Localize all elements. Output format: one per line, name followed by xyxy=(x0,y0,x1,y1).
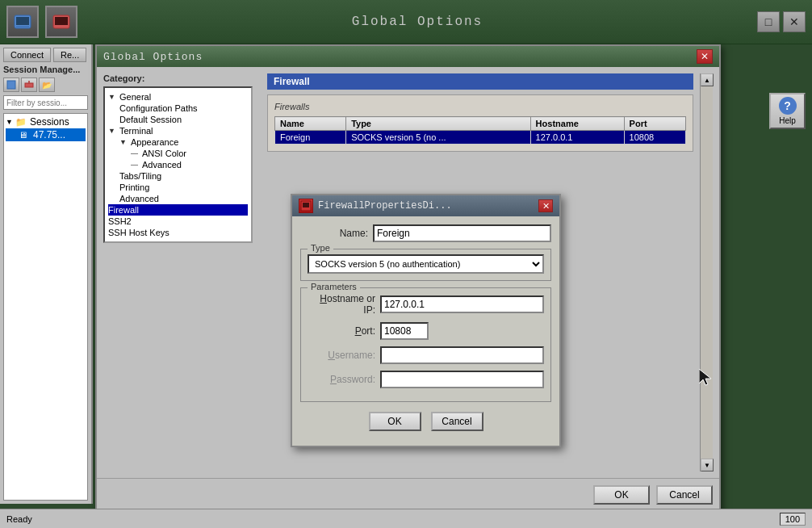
cat-default-session[interactable]: Default Session xyxy=(108,114,248,125)
fw-password-input[interactable] xyxy=(380,371,544,388)
adv-dash-icon: — xyxy=(131,161,142,169)
cat-appearance-label: Appearance xyxy=(131,137,178,147)
fw-password-row: Password: xyxy=(308,371,544,388)
cat-terminal-advanced[interactable]: Advanced xyxy=(108,193,248,204)
fw-params-legend: Parameters xyxy=(308,282,360,291)
col-type: Type xyxy=(346,117,530,131)
cat-tabs-tiling[interactable]: Tabs/Tiling xyxy=(108,170,248,182)
terminal-expand-icon: ▼ xyxy=(108,127,119,135)
cat-terminal[interactable]: ▼ Terminal xyxy=(108,125,248,136)
cat-appearance[interactable]: ▼ Appearance xyxy=(108,136,248,148)
fw-hostname-label: Hostname or IP: xyxy=(308,293,380,316)
app-icon-2 xyxy=(45,6,77,38)
scroll-down-arrow[interactable]: ▼ xyxy=(701,459,714,471)
dialog-titlebar: Global Options ✕ xyxy=(97,46,719,67)
firewalls-table: Name Type Hostname Port Foreign SOCKS ve… xyxy=(274,116,686,145)
firewalls-group-label: Firewalls xyxy=(274,102,686,111)
scroll-track xyxy=(701,86,713,459)
svg-rect-6 xyxy=(25,83,33,87)
sessions-root-item[interactable]: ▼ 📁 Sessions xyxy=(6,115,86,128)
connect-toolbar: Connect Re... xyxy=(3,48,88,62)
connect-button[interactable]: Connect xyxy=(3,48,51,62)
fw-props-icon xyxy=(299,199,313,213)
fw-cancel-button[interactable]: Cancel xyxy=(431,412,483,431)
fw-props-close-button[interactable]: ✕ xyxy=(538,199,553,212)
category-label: Category: xyxy=(103,73,261,83)
help-label: Help xyxy=(779,116,796,125)
cat-tabs-label: Tabs/Tiling xyxy=(119,171,161,181)
dialog-close-button[interactable]: ✕ xyxy=(697,49,713,64)
global-ok-button[interactable]: OK xyxy=(593,485,650,505)
fw-name-row: Name: xyxy=(300,224,551,242)
help-icon: ? xyxy=(779,97,797,115)
sess-btn-2[interactable] xyxy=(21,78,37,92)
general-expand-icon: ▼ xyxy=(108,93,119,101)
cat-terminal-adv-label: Advanced xyxy=(119,194,159,203)
cat-firewall[interactable]: Firewall xyxy=(108,204,248,216)
table-row[interactable]: Foreign SOCKS version 5 (no ... 127.0.0.… xyxy=(275,131,686,145)
fw-ok-button[interactable]: OK xyxy=(369,412,421,431)
cursor-indicator xyxy=(699,369,715,391)
sess-btn-3[interactable]: 📂 xyxy=(39,78,55,92)
appearance-expand-icon: ▼ xyxy=(119,138,131,146)
fw-hostname-row: Hostname or IP: xyxy=(308,293,544,316)
row-port: 10808 xyxy=(624,131,685,145)
sessions-label: Sessions xyxy=(30,116,69,128)
session-filter-input[interactable] xyxy=(3,95,88,110)
fw-hostname-input[interactable] xyxy=(380,295,544,313)
close-button[interactable]: ✕ xyxy=(783,11,806,32)
col-port: Port xyxy=(624,117,685,131)
cat-general[interactable]: ▼ General xyxy=(108,91,248,103)
svg-rect-4 xyxy=(55,17,68,25)
svg-rect-1 xyxy=(16,17,29,25)
help-button[interactable]: ? Help xyxy=(769,93,806,129)
col-name: Name xyxy=(275,117,346,131)
main-window-title: Global Options xyxy=(352,15,483,29)
cat-default-session-label: Default Session xyxy=(119,115,182,124)
col-hostname: Hostname xyxy=(530,117,624,131)
session-computer-icon: 🖥 xyxy=(19,130,31,140)
session-item[interactable]: 🖥 47.75... xyxy=(6,128,86,141)
row-type: SOCKS version 5 (no ... xyxy=(346,131,530,145)
fw-props-buttons: OK Cancel xyxy=(300,409,551,438)
sess-btn-1[interactable] xyxy=(3,78,19,92)
fw-type-group: Type SOCKS version 5 (no authentication)… xyxy=(300,249,551,281)
sessions-expand-icon: ▼ xyxy=(6,118,15,126)
title-bar-area: Global Options xyxy=(84,15,751,29)
fw-username-label: Username: xyxy=(308,350,380,361)
scrollbar: ▲ ▼ xyxy=(700,73,713,471)
zoom-number: 100 xyxy=(785,514,800,524)
fw-username-row: Username: xyxy=(308,346,544,364)
fw-type-select[interactable]: SOCKS version 5 (no authentication) SOCK… xyxy=(308,254,544,274)
sessions-folder-icon: 📁 xyxy=(15,117,28,128)
session-manager-title: Session Manage... xyxy=(3,65,88,74)
reconnect-button[interactable]: Re... xyxy=(53,48,86,62)
global-cancel-button[interactable]: Cancel xyxy=(656,485,713,505)
cat-ssh2-label: SSH2 xyxy=(108,216,132,226)
session-tree: ▼ 📁 Sessions 🖥 47.75... xyxy=(3,113,88,501)
cat-ansi-color[interactable]: — ANSI Color xyxy=(108,148,248,159)
row-hostname: 127.0.0.1 xyxy=(530,131,624,145)
statusbar: Ready 100 xyxy=(0,509,812,528)
session-sidebar: Connect Re... Session Manage... 📂 ▼ 📁 Se… xyxy=(0,44,93,504)
cat-firewall-label: Firewall xyxy=(108,205,139,215)
cat-ssh-host-keys[interactable]: SSH Host Keys xyxy=(108,227,248,238)
row-name: Foreign xyxy=(275,131,346,145)
fw-username-input[interactable] xyxy=(380,346,544,364)
fw-name-input[interactable] xyxy=(373,224,551,242)
cat-ssh2[interactable]: SSH2 xyxy=(108,216,248,227)
cat-config-paths-label: Configuration Paths xyxy=(119,103,198,113)
cat-appearance-advanced[interactable]: — Advanced xyxy=(108,159,248,170)
ansi-dash-icon: — xyxy=(131,149,142,157)
cat-ssh-host-keys-label: SSH Host Keys xyxy=(108,228,170,237)
fw-password-label: Password: xyxy=(308,374,380,385)
cat-adv-label: Advanced xyxy=(142,160,182,170)
category-panel[interactable]: ▼ General Configuration Paths Default Se… xyxy=(103,86,253,243)
status-text: Ready xyxy=(6,514,780,524)
cat-printing[interactable]: Printing xyxy=(108,182,248,193)
maximize-button[interactable]: □ xyxy=(757,11,780,32)
cat-config-paths[interactable]: Configuration Paths xyxy=(108,103,248,114)
scroll-up-arrow[interactable]: ▲ xyxy=(701,73,714,86)
main-area: Connect Re... Session Manage... 📂 ▼ 📁 Se… xyxy=(0,44,812,504)
fw-port-input[interactable] xyxy=(380,322,429,340)
